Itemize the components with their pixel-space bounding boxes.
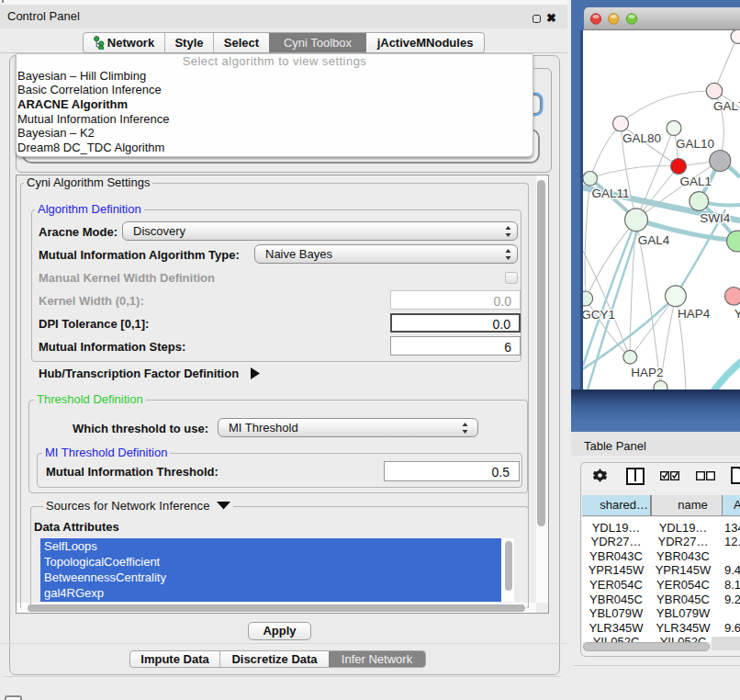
- svg-text:YM: YM: [734, 307, 739, 321]
- svg-text:GCY1: GCY1: [583, 308, 615, 322]
- svg-text:HAP2: HAP2: [631, 366, 663, 379]
- svg-text:GAL80: GAL80: [622, 131, 661, 145]
- svg-text:GAL11: GAL11: [591, 186, 629, 200]
- svg-text:HAP4: HAP4: [678, 307, 711, 321]
- svg-text:GAL7: GAL7: [713, 99, 740, 113]
- svg-text:SWI4: SWI4: [700, 211, 730, 225]
- svg-text:GAL10: GAL10: [676, 137, 714, 151]
- svg-text:GAL4: GAL4: [637, 233, 669, 247]
- svg-text:GAL1: GAL1: [679, 175, 712, 188]
